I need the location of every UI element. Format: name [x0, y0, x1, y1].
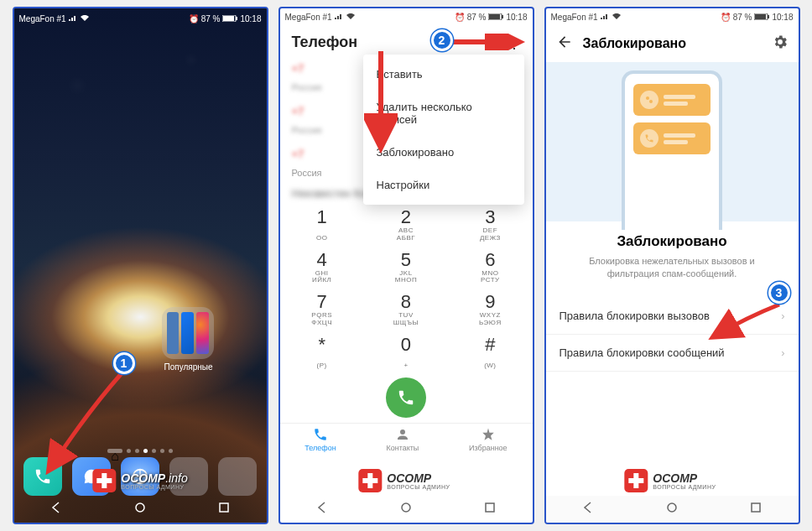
wifi-icon	[346, 13, 356, 22]
rule-call-blocking[interactable]: Правила блокировки вызовов ›	[546, 298, 799, 335]
watermark: OCOMP.info ВОПРОСЫ АДМИНУ	[92, 469, 187, 492]
svg-point-15	[649, 100, 653, 103]
phone-screen-blocked: MegaFon #1 ⏰ 87 % 10:18 Заблокировано	[544, 7, 800, 524]
svg-rect-8	[502, 15, 503, 18]
watermark-logo-icon	[92, 469, 116, 492]
svg-rect-5	[220, 503, 228, 512]
menu-delete-multiple[interactable]: Удалить несколько записей	[363, 91, 524, 136]
signal-icon	[601, 13, 609, 22]
dialer-header: Телефон ⋮	[280, 25, 533, 56]
annotation-badge-1: 1	[113, 352, 135, 374]
time-label: 10:18	[506, 13, 527, 22]
signal-icon	[335, 13, 343, 22]
watermark-logo-icon	[624, 469, 648, 492]
overflow-dropdown: Вставить Удалить несколько записей Забло…	[363, 55, 524, 205]
svg-rect-12	[755, 14, 766, 19]
nav-recent-icon[interactable]	[749, 501, 763, 518]
phone-app-icon[interactable]	[23, 457, 62, 496]
nav-back-icon[interactable]	[49, 501, 63, 518]
watermark: OCOMP.info ВОПРОСЫ АДМИНУ	[624, 469, 719, 492]
blocked-title: Заблокировано	[583, 36, 762, 51]
svg-rect-17	[752, 503, 760, 512]
rules-list: Правила блокировки вызовов › Правила бло…	[546, 298, 799, 372]
watermark-logo-icon	[358, 469, 382, 492]
dialpad-key-#[interactable]: #(W)	[448, 331, 532, 373]
nav-home-icon[interactable]	[133, 501, 147, 518]
tab-phone[interactable]: Телефон	[304, 427, 336, 452]
back-arrow-icon[interactable]	[556, 34, 573, 54]
dialpad-key-2[interactable]: 2ABCАБВГ	[364, 203, 448, 246]
phone-screen-home: MegaFon #1 ⏰ 87 % 10:18 Популярные ⌂	[13, 7, 268, 524]
status-bar: MegaFon #1 ⏰ 87 % 10:18	[546, 8, 799, 25]
svg-rect-7	[489, 14, 500, 19]
svg-rect-13	[768, 15, 769, 18]
nav-bar	[14, 496, 267, 523]
svg-point-16	[668, 503, 676, 512]
dock-folder-2[interactable]	[218, 457, 257, 496]
bottom-tabs: Телефон Контакты Избранное	[280, 423, 533, 456]
wifi-icon	[80, 14, 90, 23]
dialpad-key-7[interactable]: 7PQRSФХЦЧ	[280, 288, 364, 331]
carrier-label: MegaFon #1	[19, 14, 66, 23]
chevron-right-icon: ›	[781, 310, 784, 322]
page-indicator: ⌂	[14, 449, 267, 453]
svg-point-14	[646, 96, 649, 100]
call-button[interactable]	[386, 377, 426, 418]
tab-favorites[interactable]: Избранное	[469, 427, 508, 452]
alarm-icon: ⏰	[455, 13, 465, 22]
time-label: 10:18	[772, 13, 793, 22]
annotation-badge-2: 2	[431, 29, 453, 51]
nav-bar	[546, 496, 799, 523]
alarm-icon: ⏰	[189, 14, 199, 23]
wifi-icon	[612, 13, 622, 22]
nav-recent-icon[interactable]	[217, 501, 231, 518]
alarm-icon: ⏰	[721, 13, 731, 22]
time-label: 10:18	[240, 14, 261, 23]
dialpad-key-9[interactable]: 9WXYZЬЭЮЯ	[448, 288, 532, 331]
status-bar: MegaFon #1 ⏰ 87 % 10:18	[14, 10, 267, 27]
dialpad-key-*[interactable]: *(P)	[280, 331, 364, 373]
dialpad: 1ОО2ABCАБВГ3DEFДЕЖЗ4GHIИЙКЛ5JKLМНОП6MNOР…	[280, 203, 533, 372]
battery-label: 87 %	[201, 14, 221, 23]
battery-icon	[488, 13, 503, 22]
dialpad-key-5[interactable]: 5JKLМНОП	[364, 246, 448, 289]
phone-screen-dialer: MegaFon #1 ⏰ 87 % 10:18 Телефон ⋮ +7 Рос…	[278, 7, 534, 524]
blocked-description: Блокировка нежелательных вызовов и фильт…	[546, 255, 799, 281]
rule-message-blocking[interactable]: Правила блокировки сообщений ›	[546, 335, 799, 372]
nav-home-icon[interactable]	[665, 501, 679, 518]
svg-rect-1	[223, 16, 234, 21]
blocked-heading: Заблокировано	[546, 233, 799, 250]
carrier-label: MegaFon #1	[551, 13, 598, 22]
tab-contacts[interactable]: Контакты	[386, 427, 419, 452]
battery-icon	[222, 14, 237, 23]
dialpad-key-6[interactable]: 6MNOРСТУ	[448, 246, 532, 289]
status-bar: MegaFon #1 ⏰ 87 % 10:18	[280, 8, 533, 25]
battery-label: 87 %	[733, 13, 752, 22]
nav-recent-icon[interactable]	[483, 501, 497, 518]
dialpad-key-0[interactable]: 0+	[364, 331, 448, 373]
battery-label: 87 %	[467, 13, 487, 22]
menu-paste[interactable]: Вставить	[363, 58, 524, 91]
blocked-illustration	[546, 62, 799, 221]
watermark: OCOMP.info ВОПРОСЫ АДМИНУ	[358, 469, 453, 492]
menu-settings[interactable]: Настройки	[363, 169, 524, 201]
dialpad-key-8[interactable]: 8TUVШЩЪЫ	[364, 288, 448, 331]
home-folder-label: Популярные	[155, 362, 222, 372]
overflow-menu-icon[interactable]: ⋮	[507, 35, 521, 50]
blocked-header: Заблокировано	[546, 25, 799, 62]
svg-point-9	[402, 503, 410, 512]
signal-icon	[69, 14, 77, 23]
nav-home-icon[interactable]	[399, 501, 413, 518]
nav-back-icon[interactable]	[315, 501, 329, 518]
home-folder[interactable]	[162, 307, 214, 359]
gear-icon[interactable]	[772, 34, 789, 54]
nav-bar	[280, 496, 533, 523]
dialpad-key-1[interactable]: 1ОО	[280, 203, 364, 246]
dialpad-key-3[interactable]: 3DEFДЕЖЗ	[448, 203, 532, 246]
menu-blocked[interactable]: Заблокировано	[363, 136, 524, 169]
nav-back-icon[interactable]	[581, 501, 595, 518]
battery-icon	[754, 13, 769, 22]
dialpad-key-4[interactable]: 4GHIИЙКЛ	[280, 246, 364, 289]
wallpaper	[14, 8, 267, 523]
svg-rect-10	[486, 503, 494, 512]
